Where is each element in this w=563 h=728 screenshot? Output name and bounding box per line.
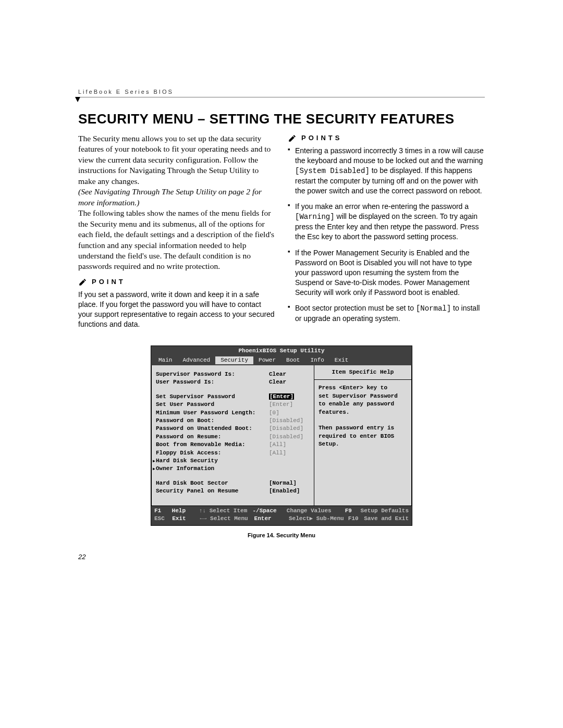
bios-field-row[interactable]: Security Panel on Resume[Enabled] — [156, 487, 310, 495]
header-notch-icon — [75, 97, 80, 102]
bios-row-gap — [156, 473, 310, 479]
bios-field-value: [Normal] — [269, 479, 310, 487]
see-reference: (See Navigating Through The Setup Utilit… — [78, 187, 275, 208]
bios-field-row[interactable]: Floppy Disk Access:[All] — [156, 449, 310, 457]
points-list-item: If the Power Management Security is Enab… — [288, 248, 485, 297]
point-callout: POINT If you set a password, write it do… — [78, 277, 275, 329]
point-label: POINT — [92, 277, 126, 286]
bios-menu-bar: MainAdvancedSecurityPowerBootInfoExit — [151, 356, 412, 365]
footer-action: Exit — [172, 515, 200, 523]
bios-field-label: Security Panel on Resume — [156, 487, 269, 495]
figure-caption: Figure 14. Security Menu — [78, 532, 485, 538]
pencil-icon — [78, 277, 88, 287]
bios-help-line: to enable any password — [319, 400, 407, 408]
bios-field-label: Password on Resume: — [156, 433, 269, 441]
left-column: The Security menu allows you to set up t… — [78, 133, 275, 330]
bios-menu-item-exit[interactable]: Exit — [329, 356, 353, 364]
bios-help-line — [319, 416, 407, 424]
footer-key: Enter — [254, 515, 289, 523]
bios-field-row[interactable]: Boot from Removable Media:[All] — [156, 441, 310, 449]
footer-hint: ↑↓ Select Item — [199, 507, 253, 515]
bios-help-title: Item Specific Help — [314, 368, 411, 380]
footer-hint: Select▶ Sub-Menu — [289, 515, 348, 523]
bios-field-row[interactable]: User Password Is:Clear — [156, 378, 310, 386]
bios-field-row[interactable]: Supervisor Password Is:Clear — [156, 371, 310, 378]
bios-menu-item-security[interactable]: Security — [215, 356, 253, 364]
bios-menu-item-advanced[interactable]: Advanced — [177, 356, 215, 364]
footer-key: -/Space — [252, 507, 286, 515]
section-title: SECURITY MENU – SETTING THE SECURITY FEA… — [78, 111, 485, 127]
bios-field-row[interactable]: Set Supervisor Password[Enter] — [156, 393, 310, 401]
bios-menu-item-boot[interactable]: Boot — [281, 356, 305, 364]
bios-field-label: Set Supervisor Password — [156, 393, 269, 401]
inline-code: [Normal] — [416, 304, 451, 313]
bios-field-label: Boot from Removable Media: — [156, 441, 269, 449]
running-header: LifeBook E Series BIOS — [78, 89, 485, 97]
pencil-icon — [288, 133, 297, 143]
points-label: POINTS — [301, 133, 342, 142]
bios-help-line: required to enter BIOS — [319, 433, 407, 440]
bios-footer: F1 Help ↑↓ Select Item -/Space Change Va… — [151, 506, 412, 525]
footer-key: F10 — [348, 515, 364, 523]
bios-field-value: [All] — [269, 449, 310, 457]
bios-field-label: User Password Is: — [156, 378, 269, 386]
page-number: 22 — [78, 553, 485, 561]
footer-hint: Change Values — [287, 507, 345, 515]
bios-field-value: Clear — [269, 371, 310, 378]
footer-action: Help — [172, 507, 199, 515]
bios-field-value: [Disabled] — [269, 433, 310, 441]
bios-field-row[interactable]: Hard Disk Boot Sector[Normal] — [156, 479, 310, 487]
bios-help-text: Press <Enter> key toset Supervisor Passw… — [319, 384, 407, 448]
bios-field-value — [269, 465, 310, 473]
bios-row-gap — [156, 387, 310, 393]
bios-field-row[interactable]: Password on Unattended Boot:[Disabled] — [156, 425, 310, 433]
bios-field-row[interactable]: Minimum User Password Length:[0] — [156, 409, 310, 417]
bios-figure: PhoenixBIOS Setup Utility MainAdvancedSe… — [151, 346, 412, 526]
inline-code: [Warning] — [295, 213, 335, 221]
inline-code: [System Disabled] — [295, 167, 370, 175]
bios-field-label: Hard Disk Security — [156, 457, 269, 465]
running-header-text: LifeBook E Series BIOS — [78, 89, 174, 95]
bios-field-value: [Disabled] — [269, 417, 310, 425]
bios-utility-title: PhoenixBIOS Setup Utility — [151, 346, 412, 356]
bios-field-value: [Enter] — [269, 393, 310, 401]
bios-field-label: Owner Information — [156, 465, 269, 473]
bios-field-row[interactable]: Set User Password[Enter] — [156, 401, 310, 409]
bios-help-line: Press <Enter> key to — [319, 384, 407, 392]
bios-field-label: Supervisor Password Is: — [156, 371, 269, 378]
bios-field-value: [Enter] — [269, 401, 310, 409]
bios-field-row[interactable]: Hard Disk Security — [156, 457, 310, 465]
bios-field-value — [269, 457, 310, 465]
bios-menu-item-info[interactable]: Info — [305, 356, 329, 364]
bios-field-label: Minimum User Password Length: — [156, 409, 269, 417]
bios-field-label: Password on Boot: — [156, 417, 269, 425]
footer-key: ESC — [154, 515, 172, 523]
bios-field-value: Clear — [269, 378, 310, 386]
bios-field-row[interactable]: Password on Resume:[Disabled] — [156, 433, 310, 441]
bios-help-line: features. — [319, 409, 407, 416]
points-list: Entering a password incorrectly 3 times … — [288, 146, 485, 324]
body-paragraph: The following tables show the names of t… — [78, 208, 275, 272]
points-list-item: Entering a password incorrectly 3 times … — [288, 146, 485, 195]
bios-field-row[interactable]: Password on Boot:[Disabled] — [156, 417, 310, 425]
bios-menu-item-power[interactable]: Power — [253, 356, 281, 364]
bios-field-label: Password on Unattended Boot: — [156, 425, 269, 433]
bios-menu-item-main[interactable]: Main — [153, 356, 177, 364]
bios-help-panel: Item Specific Help Press <Enter> key tos… — [314, 365, 412, 506]
bios-help-line: Then password entry is — [319, 424, 407, 432]
bios-help-line: set Supervisor Password — [319, 392, 407, 400]
footer-key: F9 — [345, 507, 361, 515]
points-list-item: Boot sector protection must be set to [N… — [288, 303, 485, 324]
footer-key: F1 — [154, 507, 172, 515]
bios-field-row[interactable]: Owner Information — [156, 465, 310, 473]
bios-field-label: Set User Password — [156, 401, 269, 409]
bios-field-label: Floppy Disk Access: — [156, 449, 269, 457]
points-list-item: If you make an error when re-entering th… — [288, 202, 485, 242]
bios-field-value: [0] — [269, 409, 310, 417]
bios-help-line: Setup. — [319, 440, 407, 448]
right-column: POINTS Entering a password incorrectly 3… — [288, 133, 485, 330]
bios-field-label: Hard Disk Boot Sector — [156, 479, 269, 487]
bios-field-value: [All] — [269, 441, 310, 449]
bios-field-value: [Disabled] — [269, 425, 310, 433]
point-body: If you set a password, write it down and… — [78, 290, 275, 329]
